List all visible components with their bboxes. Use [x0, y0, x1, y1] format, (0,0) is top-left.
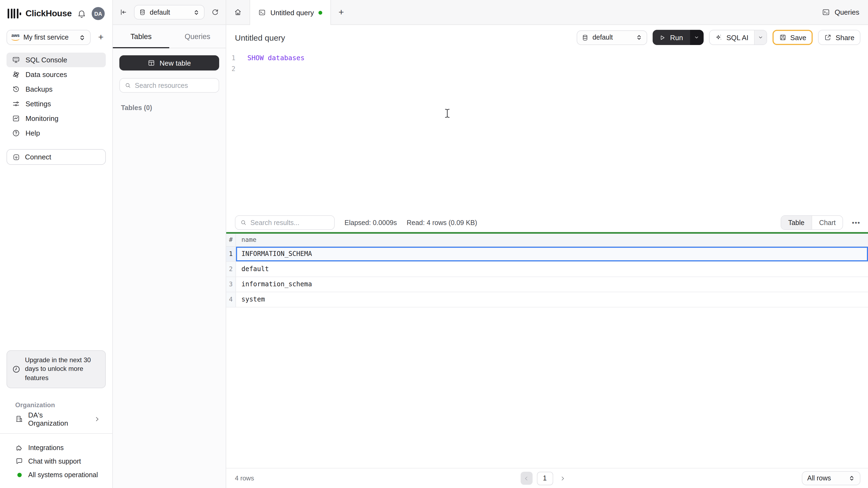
table-grid-icon — [148, 59, 155, 67]
sidebar-item-backups[interactable]: Backups — [6, 82, 106, 97]
page-size-selector[interactable]: All rows — [802, 471, 860, 485]
queries-button[interactable]: Queries — [822, 8, 859, 16]
prev-page-button[interactable] — [520, 472, 532, 485]
table-row[interactable]: 1 INFORMATION_SCHEMA — [226, 247, 868, 262]
chevron-right-icon — [94, 416, 100, 422]
results-table-header: # name — [226, 233, 868, 247]
save-floppy-icon — [779, 34, 786, 41]
data-sources-icon — [12, 70, 20, 78]
chat-support-link[interactable]: Chat with support — [0, 454, 112, 468]
results-search[interactable] — [235, 215, 335, 230]
terminal-icon — [258, 9, 266, 16]
save-button[interactable]: Save — [772, 30, 813, 45]
sidebar-item-help[interactable]: Help — [6, 126, 106, 140]
column-header-name[interactable]: name — [236, 236, 868, 243]
tab-queries[interactable]: Queries — [169, 25, 226, 48]
sidebar-item-settings[interactable]: Settings — [6, 97, 106, 111]
status-green-dot-icon — [17, 473, 22, 477]
sidebar-nav: SQL Console Data sources Backups — [0, 53, 112, 140]
query-editor-header: Untitled query default — [226, 25, 868, 50]
share-button[interactable]: Share — [818, 30, 860, 45]
sidebar-item-monitoring[interactable]: Monitoring — [6, 111, 106, 126]
results-footer: 4 rows 1 All rows — [226, 468, 868, 488]
text-cursor-ibeam — [444, 108, 450, 118]
brand-title: ClickHouse — [26, 9, 77, 19]
sidebar: ClickHouse DA aws My first service + — [0, 0, 113, 488]
sql-code-line — [240, 63, 247, 74]
query-database-selector[interactable]: default — [577, 30, 647, 45]
chevron-updown-icon — [848, 475, 855, 482]
new-query-tab-button[interactable]: + — [339, 7, 344, 18]
active-query-tab[interactable]: Untitled query — [250, 0, 331, 25]
collapse-sidebar-button[interactable] — [119, 8, 127, 16]
run-split-button: Run — [653, 30, 704, 45]
resource-search[interactable] — [119, 78, 219, 93]
explorer-topbar: default — [113, 0, 226, 25]
line-number: 2 — [226, 63, 240, 74]
chevron-right-icon — [560, 475, 565, 481]
search-icon — [240, 219, 247, 226]
integrations-link[interactable]: Integrations — [0, 441, 112, 454]
cell-name-value[interactable]: system — [236, 292, 868, 306]
aws-icon: aws — [11, 33, 20, 40]
elapsed-stat: Elapsed: 0.0009s — [344, 219, 397, 226]
settings-sliders-icon — [12, 100, 20, 108]
table-row[interactable]: 4 system — [226, 292, 868, 307]
database-icon — [582, 34, 589, 41]
chat-bubble-icon — [15, 457, 23, 465]
chevron-down-icon — [694, 35, 700, 40]
organization-section-label: Organization — [15, 401, 112, 409]
cell-name-value[interactable]: default — [236, 262, 868, 276]
share-external-icon — [824, 34, 832, 41]
sidebar-item-data-sources[interactable]: Data sources — [6, 67, 106, 82]
home-icon — [234, 8, 242, 16]
collapse-left-icon — [119, 8, 127, 16]
run-options-button[interactable] — [690, 30, 704, 45]
cell-name-value[interactable]: INFORMATION_SCHEMA — [236, 247, 868, 261]
refresh-button[interactable] — [211, 8, 219, 16]
database-selector[interactable]: default — [134, 5, 205, 20]
view-chart-option[interactable]: Chart — [812, 216, 843, 229]
sql-editor[interactable]: 1 SHOW databases 2 — [226, 50, 868, 214]
table-row[interactable]: 2 default — [226, 262, 868, 277]
chevron-updown-icon — [636, 34, 642, 41]
chevron-left-icon — [523, 475, 529, 481]
notifications-bell-icon[interactable] — [77, 9, 86, 18]
results-more-button[interactable]: ••• — [852, 219, 860, 226]
terminal-icon — [822, 8, 830, 16]
query-tabstrip: Untitled query + Queries — [226, 0, 868, 25]
chevron-updown-icon — [79, 34, 86, 41]
results-table: # name 1 INFORMATION_SCHEMA 2 default 3 … — [226, 233, 868, 307]
home-button[interactable] — [226, 8, 250, 16]
service-selector[interactable]: aws My first service — [6, 30, 91, 45]
connect-button[interactable]: Connect — [6, 149, 106, 165]
chevron-updown-icon — [193, 9, 199, 15]
sql-ai-split-button: SQL AI — [709, 30, 767, 45]
add-service-button[interactable]: + — [96, 32, 106, 43]
view-table-option[interactable]: Table — [781, 216, 812, 229]
sql-ai-options-button[interactable] — [754, 30, 766, 44]
unsaved-changes-dot-icon — [318, 10, 322, 14]
tables-count-label: Tables (0) — [119, 104, 219, 112]
cell-name-value[interactable]: information_schema — [236, 277, 868, 291]
sql-ai-button[interactable]: SQL AI — [710, 33, 754, 41]
upgrade-notice[interactable]: Upgrade in the next 30 days to unlock mo… — [6, 350, 106, 388]
sql-console-icon — [12, 56, 20, 64]
system-status[interactable]: All systems operational — [0, 468, 112, 482]
user-avatar[interactable]: DA — [92, 7, 105, 20]
results-search-input[interactable] — [250, 219, 329, 226]
current-page-button[interactable]: 1 — [536, 471, 553, 485]
table-row[interactable]: 3 information_schema — [226, 277, 868, 292]
clickhouse-console: ClickHouse DA aws My first service + — [0, 0, 868, 488]
sidebar-item-sql-console[interactable]: SQL Console — [6, 53, 106, 67]
column-header-index: # — [226, 233, 236, 246]
next-page-button[interactable] — [557, 472, 568, 485]
backups-icon — [12, 85, 20, 93]
run-button[interactable]: Run — [653, 30, 690, 45]
tab-tables[interactable]: Tables — [113, 25, 169, 48]
query-title[interactable]: Untitled query — [235, 33, 577, 42]
new-table-button[interactable]: New table — [119, 55, 219, 70]
organization-selector[interactable]: DA's Organization — [6, 412, 106, 426]
help-icon — [12, 129, 20, 137]
resource-search-input[interactable] — [135, 82, 214, 89]
